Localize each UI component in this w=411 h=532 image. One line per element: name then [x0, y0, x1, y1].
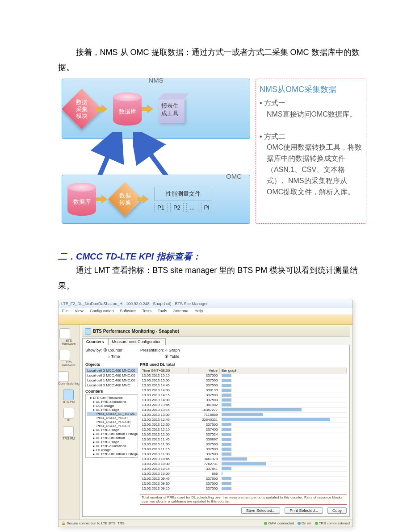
tree-node[interactable]: PRB_USED_PDCCH [87, 420, 137, 424]
object-item[interactable]: Local cell 1 MCC:460 MNC:00 [86, 378, 138, 383]
cylinder-db-2: 数据库 [67, 183, 96, 216]
table-row: 13.03.2013 12:4522845331 [140, 417, 347, 422]
toolbar [59, 314, 352, 325]
table-row: 13.03.2013 10:00886 [140, 471, 347, 476]
counters-label: Counters [85, 389, 138, 394]
table-row: 13.03.2013 11:45338897 [140, 437, 347, 442]
tree-node[interactable]: ▸ LTE Cell Resource [87, 396, 137, 400]
object-item[interactable]: Local cell 2 MCC:460 MNC:00 [86, 373, 138, 378]
tree-node[interactable]: ▸ DL PRB allocations [87, 444, 137, 448]
tree-node[interactable]: ▸ UL PRB usage [87, 428, 137, 432]
intro-paragraph-2: 通过 LMT 查看指标：BTS site manager 里的 BTS PM 模… [58, 263, 360, 293]
diagram-row: NMS 数据 采集 模块 数据库 报表生 成工具 OMC 数据库 [62, 79, 353, 224]
col-value[interactable]: Value [189, 368, 220, 373]
col-time[interactable]: Time GMT+08:00 [140, 368, 189, 373]
arrow-icon [147, 105, 153, 113]
tree-node[interactable]: ▸ UL PRB usage [87, 440, 137, 444]
nav-bts-pm[interactable]: BTS PM [63, 390, 75, 403]
nav-trs-pm[interactable]: TRS-PM [63, 426, 75, 440]
method-2-title: • 方式二 [260, 131, 362, 142]
tree-node[interactable]: PRB_USED_PDSCH [87, 424, 137, 428]
table-row: 13.03.2013 13:007118889 [140, 412, 347, 417]
omc-label: OMC [226, 172, 242, 180]
col-bar[interactable]: Bar graph [220, 368, 347, 373]
menu-help[interactable]: Help [195, 309, 203, 313]
menu-configuration[interactable]: Configuration [90, 309, 114, 313]
save-selected-button[interactable]: Save Selected... [241, 507, 281, 514]
tab-counters[interactable]: Counters [82, 338, 108, 345]
nms-label: NMS [148, 76, 163, 84]
nav-commissioning[interactable]: Commissioning [58, 371, 80, 385]
table-row: 13.03.2013 15:15337500 [140, 373, 347, 378]
table-row: 13.03.2013 09:45337500 [140, 476, 347, 481]
object-item[interactable]: Local cell 3 MCC:460 MNC:00 [86, 368, 138, 373]
menu-file[interactable]: File [62, 309, 69, 313]
tree-node[interactable]: ▸ DL PRB Utilisation [87, 436, 137, 440]
table-row: 13.03.2013 11:30337500 [140, 442, 347, 447]
sidebox-heading: NMS从OMC采集数据 [260, 84, 362, 96]
method-sidebox: NMS从OMC采集数据 • 方式一 NMS直接访问OMC数据库。 • 方式二 O… [256, 79, 366, 224]
print-selected-button[interactable]: Print Selected... [285, 507, 323, 514]
table-row: 13.03.2013 14:45337500 [140, 383, 347, 388]
data-heading: PRB used DL total [140, 362, 347, 367]
table-row: 13.03.2013 14:30338133 [140, 388, 347, 393]
tab-measurement-config[interactable]: Measurement Configuration [108, 338, 166, 345]
opt-time[interactable]: ○ Time [108, 354, 120, 359]
table-row: 13.03.2013 11:15337500 [140, 447, 347, 452]
objects-label: Objects [85, 362, 138, 367]
arrow-icon [101, 105, 108, 113]
intro-paragraph-1: 接着，NMS 从 OMC 提取数据：通过方式一或者方式二采集 OMC 数据库中的… [58, 45, 360, 75]
showby-label: Show by: ⦿ Counter [85, 348, 122, 352]
opt-table[interactable]: ⦿ Table [164, 354, 179, 359]
table-row: 13.03.2013 12:00337524 [140, 432, 347, 437]
left-nav: BTS HardwareTRS HardwareCommissioningBTS… [59, 325, 80, 519]
table-row: 13.03.2013 12:30337500 [140, 422, 347, 427]
nav-trs-hardware[interactable]: TRS Hardware [59, 350, 78, 367]
menu-antenna[interactable]: Antenna [173, 309, 189, 313]
perf-file-chips: P1P2…Pi [154, 203, 212, 212]
table-row: 13.03.2013 10:453461379 [140, 457, 347, 461]
status-bar: 🔒 Secure connection to LTE BTS, TRS OAM … [59, 519, 352, 527]
table-row: 13.03.2013 15:00337500 [140, 378, 347, 383]
method-1-body: NMS直接访问OMC数据库。 [267, 109, 362, 120]
tree-node[interactable]: ▸ UL PRB Utilisation Histogram [87, 452, 137, 456]
menu-software[interactable]: Software [120, 309, 136, 313]
nav-bts-hardware[interactable]: BTS Hardware [59, 328, 78, 345]
menu-tools[interactable]: Tools [158, 309, 167, 313]
app-window: LTE_F2_DL_NiuDanDaShaLou_H - 100.92.0.24… [58, 300, 353, 527]
tree-node[interactable]: ▸ DL PRB Utilisation Histogram [87, 432, 137, 436]
nms-container: NMS 数据 采集 模块 数据库 报表生 成工具 [62, 79, 250, 139]
objects-list[interactable]: Local cell 3 MCC:460 MNC:00Local cell 2 … [85, 368, 138, 387]
object-item[interactable]: Local cell 3 MCC:460 MNC:00 ECI:844595 [86, 383, 138, 387]
table-row: 13.03.2013 14:15337500 [140, 393, 347, 398]
arrow-icon [101, 195, 108, 204]
perf-file-title: 性能测量文件 [154, 187, 212, 201]
tree-node[interactable]: ▸ TB usage [87, 448, 137, 452]
table-row: 13.03.2013 13:1516357277 [140, 407, 347, 412]
panel-header: BTS Performance Monitoring - Snapshot [82, 327, 350, 337]
table-row: 13.03.2013 12:15337400 [140, 427, 347, 432]
table-row: 13.03.2013 14:00337500 [140, 398, 347, 402]
menu-tests[interactable]: Tests [142, 309, 151, 313]
omc-container: OMC 数据库 数据 转换 性能测量文件 P1P2…Pi [62, 175, 250, 224]
tree-node[interactable]: ▸ UL PRB allocations [87, 400, 137, 404]
tree-node[interactable]: ▸ CCE usage [87, 404, 137, 408]
window-title: LTE_F2_DL_NiuDanDaShaLou_H - 100.92.0.24… [59, 300, 352, 308]
nav-ip[interactable]: IP [63, 408, 74, 422]
menu-view[interactable]: View [75, 309, 84, 313]
status-left: 🔒 Secure connection to LTE BTS, TRS [61, 521, 125, 525]
tree-node[interactable]: PRB_USED_DL_TOTAL [87, 412, 137, 416]
tree-node[interactable]: ▸ DL PRB usage [87, 408, 137, 412]
cylinder-db-1: 数据库 [113, 92, 142, 126]
section-heading: 二．CMCC TD-LTE KPI 指标查看： [58, 251, 353, 263]
table-row: 13.03.2013 09:15337500 [140, 486, 347, 491]
panel-icon [85, 328, 91, 335]
counters-tree[interactable]: ▸ LTE Cell Resource▸ UL PRB allocations▸… [85, 394, 138, 458]
tree-node[interactable]: PRB_USED_PBCH [87, 416, 137, 420]
table-row: 13.03.2013 11:00337500 [140, 452, 347, 457]
table-row: 13.03.2013 10:307762731 [140, 461, 347, 466]
tree-node[interactable]: ▸ LTE Power and Quality UL [87, 456, 137, 458]
cube-report-tool: 报表生 成工具 [159, 93, 188, 125]
copy-button[interactable]: Copy [327, 507, 347, 514]
menu-bar: FileViewConfigurationSoftwareTestsToolsA… [59, 308, 352, 314]
